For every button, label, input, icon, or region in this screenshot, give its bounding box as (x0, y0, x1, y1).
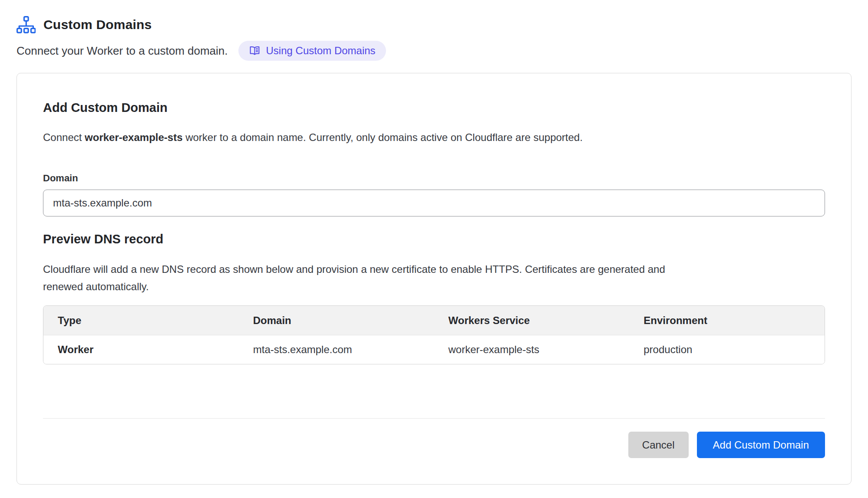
column-header-environment: Environment (629, 306, 825, 335)
using-custom-domains-link[interactable]: Using Custom Domains (238, 41, 386, 61)
card-actions: Cancel Add Custom Domain (43, 432, 825, 458)
card-heading: Add Custom Domain (43, 100, 825, 115)
cell-type: Worker (43, 335, 239, 364)
preview-dns-heading: Preview DNS record (43, 232, 825, 246)
sitemap-icon (17, 16, 36, 34)
table-header-row: Type Domain Workers Service Environment (43, 306, 825, 335)
cell-workers-service: worker-example-sts (434, 335, 630, 364)
worker-name: worker-example-sts (85, 131, 182, 143)
dns-preview-table-wrap: Type Domain Workers Service Environment … (43, 305, 825, 364)
column-header-workers-service: Workers Service (434, 306, 630, 335)
using-custom-domains-label: Using Custom Domains (266, 45, 376, 57)
domain-field-label: Domain (43, 173, 825, 184)
dns-preview-table: Type Domain Workers Service Environment … (43, 305, 825, 364)
page-title: Custom Domains (43, 17, 152, 32)
column-header-domain: Domain (239, 306, 434, 335)
intro-suffix: worker to a domain name. Currently, only… (183, 131, 583, 143)
cell-environment: production (629, 335, 825, 364)
table-row: Worker mta-sts.example.com worker-exampl… (43, 335, 825, 364)
page-subtitle-row: Connect your Worker to a custom domain. … (17, 41, 851, 61)
intro-prefix: Connect (43, 131, 85, 143)
card-intro: Connect worker-example-sts worker to a d… (43, 131, 825, 144)
custom-domains-page: Custom Domains Connect your Worker to a … (0, 0, 868, 485)
page-subtitle: Connect your Worker to a custom domain. (17, 44, 228, 58)
open-book-icon (249, 45, 261, 57)
column-header-type: Type (43, 306, 239, 335)
add-custom-domain-card: Add Custom Domain Connect worker-example… (17, 73, 851, 485)
cell-domain: mta-sts.example.com (239, 335, 434, 364)
preview-dns-description: Cloudflare will add a new DNS record as … (43, 261, 679, 295)
footer-divider (43, 418, 825, 419)
add-custom-domain-button[interactable]: Add Custom Domain (697, 432, 825, 458)
page-header: Custom Domains (17, 15, 851, 35)
cancel-button[interactable]: Cancel (628, 432, 689, 458)
domain-input[interactable] (43, 190, 825, 216)
